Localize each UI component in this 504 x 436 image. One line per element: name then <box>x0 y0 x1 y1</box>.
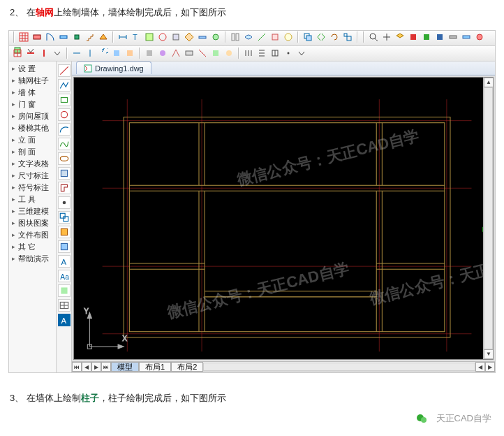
file-tab[interactable]: Drawing1.dwg <box>76 61 151 74</box>
palette-polyline-icon[interactable] <box>58 79 71 92</box>
scroll-track-h[interactable] <box>203 363 475 371</box>
palette-block-icon[interactable] <box>58 226 71 238</box>
tree-item[interactable]: ▸尺寸标注 <box>10 170 54 182</box>
tool-copy-icon[interactable] <box>302 31 313 43</box>
tree-item[interactable]: ▸墙 体 <box>10 87 54 99</box>
tree-item[interactable]: ▸立 面 <box>10 134 54 146</box>
tree-item[interactable]: ▸设 置 <box>10 63 54 75</box>
tool-misc-icon[interactable] <box>25 48 36 59</box>
palette-copy-icon[interactable] <box>58 211 71 224</box>
tree-item[interactable]: ▸房间屋顶 <box>10 110 54 122</box>
tool-scale-icon[interactable] <box>342 31 353 43</box>
palette-spline-icon[interactable] <box>58 138 71 150</box>
tool-misc-icon[interactable] <box>283 48 294 59</box>
tool-misc-icon[interactable] <box>170 48 181 59</box>
tree-item[interactable]: ▸门 窗 <box>10 99 54 110</box>
tool-dim-icon[interactable] <box>117 31 128 43</box>
palette-region-icon[interactable] <box>58 284 71 297</box>
scrollbar-vertical[interactable]: ▲ ▼ <box>483 78 493 359</box>
tool-misc-icon[interactable] <box>124 48 135 59</box>
tree-item[interactable]: ▸工 具 <box>10 194 54 205</box>
tool-grid-red-icon[interactable] <box>12 48 23 59</box>
palette-point-icon[interactable] <box>58 196 71 209</box>
tool-door-icon[interactable] <box>45 31 56 43</box>
palette-insert-icon[interactable] <box>58 240 71 253</box>
tool-misc-icon[interactable] <box>230 31 241 43</box>
palette-rect-icon[interactable] <box>58 94 71 106</box>
scroll-last-button[interactable]: ⏭ <box>101 362 111 372</box>
tool-misc-icon[interactable] <box>197 31 208 43</box>
palette-arc-icon[interactable] <box>58 123 71 136</box>
palette-mtext-icon[interactable]: Aa <box>58 270 71 282</box>
tool-chevron-down-icon[interactable] <box>296 48 307 59</box>
tool-zoom-icon[interactable] <box>368 31 379 43</box>
tool-misc-icon[interactable] <box>243 31 254 43</box>
palette-line-icon[interactable] <box>58 64 71 77</box>
layout-tab-1[interactable]: 布局1 <box>139 362 171 372</box>
scroll-right-button[interactable]: ▶ <box>485 362 495 372</box>
scroll-track[interactable] <box>484 87 493 349</box>
tree-item[interactable]: ▸三维建模 <box>10 205 54 217</box>
tool-wall-icon[interactable] <box>31 31 43 43</box>
tree-item[interactable]: ▸符号标注 <box>10 182 54 194</box>
palette-hatch-icon[interactable] <box>58 167 71 180</box>
tool-column-icon[interactable] <box>71 31 82 43</box>
palette-text-icon[interactable]: A <box>58 255 71 268</box>
layout-tab-model[interactable]: 模型 <box>111 362 139 372</box>
drawing-canvas[interactable]: X Y 微信公众号：天正CAD自学 微信公众号：天正CAD自学 微信公众号：天正… <box>73 77 494 360</box>
scroll-up-button[interactable]: ▲ <box>484 78 494 87</box>
tool-misc-icon[interactable] <box>184 48 195 59</box>
tool-window-icon[interactable] <box>58 31 69 43</box>
tool-mirror-icon[interactable] <box>316 31 327 43</box>
tree-item[interactable]: ▸其 它 <box>10 241 54 253</box>
tree-item[interactable]: ▸文件布图 <box>10 229 54 241</box>
tool-misc-icon[interactable] <box>269 31 281 43</box>
tool-misc-icon[interactable] <box>461 31 472 43</box>
tool-stair-icon[interactable] <box>84 31 96 43</box>
tool-misc-icon[interactable] <box>256 48 267 59</box>
layout-tab-2[interactable]: 布局2 <box>171 362 203 372</box>
tool-misc-icon[interactable] <box>283 31 294 43</box>
tool-grid-icon[interactable] <box>18 31 29 43</box>
tool-misc-icon[interactable] <box>38 48 50 59</box>
tree-item[interactable]: ▸文字表格 <box>10 158 54 170</box>
tree-item[interactable]: ▸图块图案 <box>10 217 54 229</box>
palette-text-a-icon[interactable]: A <box>58 314 71 326</box>
tool-misc-icon[interactable] <box>408 31 419 43</box>
tool-misc-icon[interactable] <box>223 48 235 59</box>
tool-undo-icon[interactable] <box>98 48 109 59</box>
palette-boundary-icon[interactable] <box>58 182 71 194</box>
palette-ellipse-icon[interactable] <box>58 152 71 165</box>
tool-misc-icon[interactable] <box>434 31 445 43</box>
tool-misc-icon[interactable] <box>84 48 96 59</box>
tool-misc-icon[interactable] <box>184 31 195 43</box>
palette-circle-icon[interactable] <box>58 108 71 121</box>
tool-chevron-down-icon[interactable] <box>52 48 63 59</box>
tool-misc-icon[interactable] <box>111 48 122 59</box>
tool-misc-icon[interactable] <box>197 48 208 59</box>
tool-misc-icon[interactable] <box>243 48 254 59</box>
tool-layer-icon[interactable] <box>394 31 406 43</box>
tool-misc-icon[interactable] <box>474 31 485 43</box>
scroll-prev-button[interactable]: ◀ <box>82 362 91 372</box>
tool-misc-icon[interactable] <box>210 31 221 43</box>
tree-item[interactable]: ▸楼梯其他 <box>10 122 54 134</box>
tool-misc-icon[interactable] <box>170 31 181 43</box>
tool-misc-icon[interactable] <box>71 48 82 59</box>
tool-symbol-icon[interactable] <box>157 31 168 43</box>
palette-table-icon[interactable] <box>58 299 71 312</box>
tool-misc-icon[interactable] <box>157 48 168 59</box>
scroll-first-button[interactable]: ⏮ <box>72 362 82 372</box>
tool-misc-icon[interactable] <box>269 48 281 59</box>
scroll-next-button[interactable]: ▶ <box>91 362 101 372</box>
tool-misc-icon[interactable] <box>256 31 267 43</box>
tree-item[interactable]: ▸帮助演示 <box>10 253 54 265</box>
tool-misc-icon[interactable] <box>144 48 155 59</box>
tool-rotate-icon[interactable] <box>329 31 340 43</box>
tool-hatch-icon[interactable] <box>144 31 155 43</box>
tree-item[interactable]: ▸剖 面 <box>10 146 54 158</box>
tree-item[interactable]: ▸轴网柱子 <box>10 75 54 87</box>
tool-misc-icon[interactable] <box>447 31 459 43</box>
scroll-down-button[interactable]: ▼ <box>484 349 494 359</box>
tool-misc-icon[interactable] <box>421 31 432 43</box>
